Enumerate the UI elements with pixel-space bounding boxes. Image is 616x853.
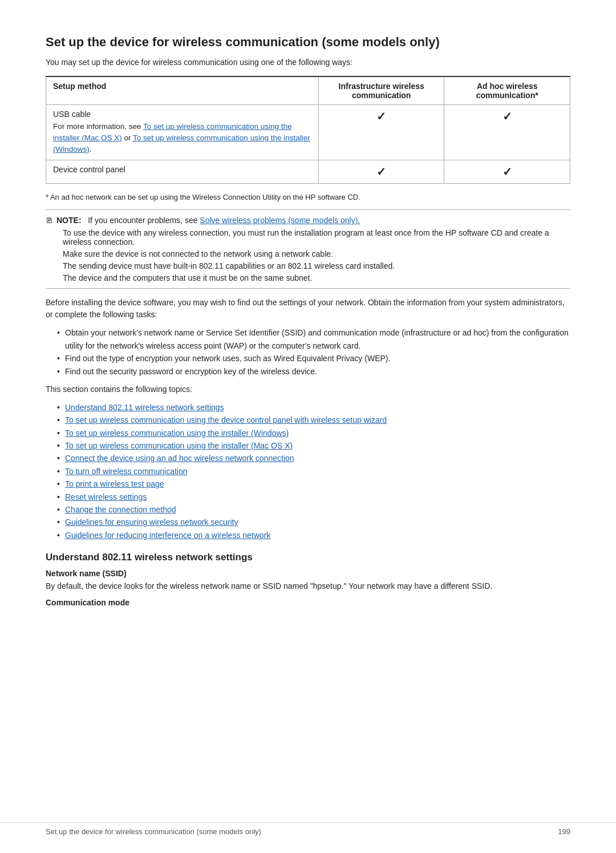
page-title: Set up the device for wireless communica… bbox=[46, 34, 570, 51]
list-item: Guidelines for ensuring wireless network… bbox=[57, 516, 570, 528]
footer-page: 199 bbox=[558, 827, 570, 836]
topics-list: Understand 802.11 wireless network setti… bbox=[57, 401, 570, 541]
footnote: * An ad hoc network can be set up using … bbox=[46, 193, 570, 201]
topics-intro: This section contains the following topi… bbox=[46, 383, 570, 395]
topic-link-6[interactable]: To print a wireless test page bbox=[65, 479, 164, 488]
footer-text: Set up the device for wireless communica… bbox=[46, 827, 261, 836]
topic-link-10[interactable]: Guidelines for reducing interference on … bbox=[65, 531, 270, 540]
note-extra-2: Make sure the device is not connected to… bbox=[46, 249, 570, 258]
usb-adhoc-check: ✓ bbox=[444, 104, 570, 160]
list-item: Obtain your network's network name or Se… bbox=[57, 326, 570, 352]
topic-link-1[interactable]: To set up wireless communication using t… bbox=[65, 415, 387, 425]
topic-link-7[interactable]: Reset wireless settings bbox=[65, 492, 147, 502]
setup-table: Setup method Infrastructure wireless com… bbox=[46, 76, 570, 184]
note-extra-4: The device and the computers that use it… bbox=[46, 273, 570, 282]
note-box: 🖹 NOTE: If you encounter problems, see S… bbox=[46, 209, 570, 289]
table-row: Device control panel ✓ ✓ bbox=[46, 160, 570, 184]
usb-infra-check: ✓ bbox=[318, 104, 444, 160]
list-item: Find out the security password or encryp… bbox=[57, 365, 570, 378]
note-icon: 🖹 bbox=[46, 216, 53, 225]
topic-link-4[interactable]: Connect the device using an ad hoc wirel… bbox=[65, 454, 294, 463]
list-item: To turn off wireless communication bbox=[57, 465, 570, 478]
list-item: Guidelines for reducing interference on … bbox=[57, 529, 570, 541]
list-item: To set up wireless communication using t… bbox=[57, 414, 570, 426]
note-extra-1: To use the device with any wireless conn… bbox=[46, 228, 570, 246]
topic-link-9[interactable]: Guidelines for ensuring wireless network… bbox=[65, 518, 238, 527]
usb-cable-cell: USB cable For more information, see To s… bbox=[46, 104, 319, 160]
usb-cable-label: USB cable bbox=[53, 110, 311, 119]
intro-text: You may set up the device for wireless c… bbox=[46, 58, 570, 67]
solve-wireless-link[interactable]: Solve wireless problems (some models onl… bbox=[200, 216, 360, 225]
list-item: Change the connection method bbox=[57, 503, 570, 516]
table-row: USB cable For more information, see To s… bbox=[46, 104, 570, 160]
body-para1: Before installing the device software, y… bbox=[46, 297, 570, 321]
col-header-method: Setup method bbox=[46, 76, 319, 105]
list-item: To set up wireless communication using t… bbox=[57, 427, 570, 439]
topic-link-8[interactable]: Change the connection method bbox=[65, 505, 176, 514]
col-header-adhoc: Ad hoc wireless communication* bbox=[444, 76, 570, 105]
note-content: NOTE: If you encounter problems, see Sol… bbox=[56, 216, 360, 225]
topic-link-3[interactable]: To set up wireless communication using t… bbox=[65, 441, 293, 450]
subsection-title-1: Communication mode bbox=[46, 598, 570, 607]
list-item: Find out the type of encryption your net… bbox=[57, 352, 570, 365]
footer-bar: Set up the device for wireless communica… bbox=[0, 822, 616, 836]
note-extra-3: The sending device must have built-in 80… bbox=[46, 261, 570, 270]
topic-link-0[interactable]: Understand 802.11 wireless network setti… bbox=[65, 403, 224, 412]
list-item: Connect the device using an ad hoc wirel… bbox=[57, 452, 570, 464]
cp-infra-check: ✓ bbox=[318, 160, 444, 184]
control-panel-cell: Device control panel bbox=[46, 160, 319, 184]
list-item: Reset wireless settings bbox=[57, 491, 570, 503]
topic-link-5[interactable]: To turn off wireless communication bbox=[65, 467, 188, 476]
cp-adhoc-check: ✓ bbox=[444, 160, 570, 184]
col-header-infrastructure: Infrastructure wireless communication bbox=[318, 76, 444, 105]
subsection-text-0: By default, the device looks for the wir… bbox=[46, 580, 570, 592]
section-title: Understand 802.11 wireless network setti… bbox=[46, 552, 570, 563]
subsection-title-0: Network name (SSID) bbox=[46, 569, 570, 578]
usb-cable-sub: For more information, see To set up wire… bbox=[53, 121, 311, 156]
list-item: To set up wireless communication using t… bbox=[57, 439, 570, 452]
list-item: To print a wireless test page bbox=[57, 478, 570, 490]
note-label: NOTE: bbox=[56, 216, 82, 225]
list-item: Understand 802.11 wireless network setti… bbox=[57, 401, 570, 414]
topic-link-2[interactable]: To set up wireless communication using t… bbox=[65, 428, 289, 438]
bullet-list-1: Obtain your network's network name or Se… bbox=[57, 326, 570, 378]
